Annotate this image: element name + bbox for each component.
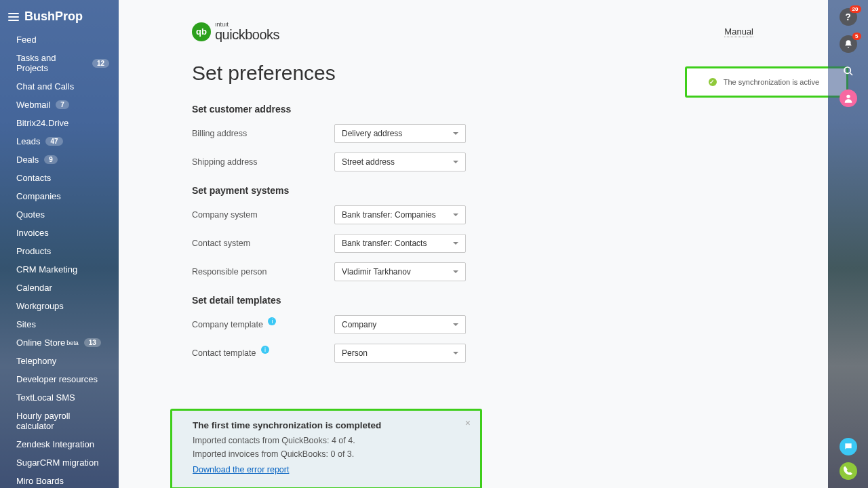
sidebar-item-label: Webmail [16,100,50,110]
sidebar-item-workgroups[interactable]: Workgroups [0,297,119,315]
sidebar-item-hourly-payroll-calculator[interactable]: Hourly payroll calculator [0,407,119,435]
svg-point-0 [844,67,850,73]
sync-notification: × The first time synchronization is comp… [170,409,482,488]
sidebar-item-label: Hourly payroll calculator [16,411,109,431]
count-badge: 13 [84,338,101,347]
sidebar-header: BushProp [0,5,119,30]
right-toolbar: ? 20 5 [828,0,868,488]
notification-title: The first time synchronization is comple… [193,420,460,430]
sidebar-item-textlocal-sms[interactable]: TextLocal SMS [0,388,119,407]
sidebar-item-label: Chat and Calls [16,81,74,92]
sidebar-item-label: Leads [16,136,40,146]
sidebar-item-label: Contacts [16,173,51,183]
section-payment-systems: Set payment systems [192,185,753,196]
download-error-report-link[interactable]: Download the error report [193,465,289,474]
sidebar-item-online-store[interactable]: Online Storebeta13 [0,333,119,352]
bell-icon[interactable]: 5 [840,35,857,53]
chat-icon[interactable] [840,438,857,455]
svg-line-1 [850,73,852,75]
sidebar-item-developer-resources[interactable]: Developer resources [0,370,119,388]
sidebar-item-deals[interactable]: Deals9 [0,150,119,169]
main-panel: qb ıntuıt quickbooks Manual Set preferen… [119,0,828,488]
sidebar-item-calendar[interactable]: Calendar [0,279,119,297]
manual-link[interactable]: Manual [724,26,753,37]
responsible-person-select[interactable]: Vladimir Tarkhanov [334,262,466,281]
intuit-text: ıntuıt [215,22,279,28]
contact-system-label: Contact system [192,239,334,248]
sidebar-item-sugarcrm-migration[interactable]: SugarCRM migration [0,453,119,472]
sidebar-item-feed[interactable]: Feed [0,30,119,49]
section-detail-templates: Set detail templates [192,295,753,306]
sidebar-item-label: Deals [16,155,39,165]
sidebar-item-label: Calendar [16,283,52,293]
help-badge: 20 [850,5,861,13]
phone-icon[interactable] [840,462,857,480]
contact-system-select[interactable]: Bank transfer: Contacts [334,234,466,253]
sidebar-item-label: Miro Boards [16,476,64,486]
sidebar-item-crm-marketing[interactable]: CRM Marketing [0,260,119,279]
sidebar-item-label: Sites [16,319,36,329]
sidebar-item-label: Developer resources [16,374,98,384]
page-title: Set preferences [192,62,753,85]
sidebar-item-zendesk-integration[interactable]: Zendesk Integration [0,435,119,453]
sidebar-item-contacts[interactable]: Contacts [0,169,119,187]
search-icon[interactable] [840,62,857,80]
svg-point-2 [846,95,850,98]
sidebar-item-miro-boards[interactable]: Miro Boards [0,472,119,488]
sidebar-item-label: CRM Marketing [16,264,77,274]
sidebar-item-products[interactable]: Products [0,242,119,260]
notification-contacts: Imported contacts from QuickBooks: 4 of … [193,436,460,445]
sidebar-item-label: Online Store [16,338,65,348]
sync-status-box: ✓ The synchronization is active [685,66,848,98]
sidebar-item-label: Workgroups [16,301,64,311]
sidebar-item-quotes[interactable]: Quotes [0,205,119,224]
shipping-address-select[interactable]: Street address [334,152,466,171]
sidebar-item-label: Companies [16,191,61,201]
menu-icon[interactable] [8,13,19,21]
quickbooks-logo: qb ıntuıt quickbooks [192,22,279,41]
avatar-icon[interactable] [840,89,857,107]
responsible-person-label: Responsible person [192,267,334,277]
sync-status-text: The synchronization is active [724,78,819,86]
count-badge: 7 [56,100,69,109]
sidebar-item-label: SugarCRM migration [16,458,98,468]
company-template-select[interactable]: Company [334,315,466,334]
app-name: BushProp [24,9,83,24]
sidebar-item-label: Quotes [16,209,45,220]
count-badge: 47 [45,137,62,146]
info-icon[interactable]: i [261,346,269,354]
sidebar-item-companies[interactable]: Companies [0,187,119,205]
sidebar-item-label: Bitrix24.Drive [16,118,68,128]
sidebar-item-telephony[interactable]: Telephony [0,352,119,370]
sidebar-item-label: TextLocal SMS [16,392,75,403]
company-template-label: Company template i [192,320,334,329]
check-icon: ✓ [709,79,715,85]
sidebar-item-label: Products [16,246,51,256]
sidebar-item-invoices[interactable]: Invoices [0,224,119,242]
billing-address-select[interactable]: Delivery address [334,124,466,143]
sidebar-item-label: Feed [16,35,37,45]
sidebar-item-bitrix24-drive[interactable]: Bitrix24.Drive [0,114,119,132]
company-system-select[interactable]: Bank transfer: Companies [334,205,466,224]
sidebar-item-sites[interactable]: Sites [0,315,119,333]
count-badge: 9 [44,155,58,164]
shipping-address-label: Shipping address [192,157,334,167]
sidebar-item-chat-and-calls[interactable]: Chat and Calls [0,77,119,96]
info-icon[interactable]: i [268,317,276,325]
qb-logo-icon: qb [192,22,211,41]
close-icon[interactable]: × [465,418,471,428]
help-icon[interactable]: ? 20 [840,8,857,26]
sidebar-item-label: Telephony [16,356,56,366]
contact-template-label: Contact template i [192,348,334,358]
sidebar-item-tasks-and-projects[interactable]: Tasks and Projects12 [0,49,119,77]
sidebar-item-leads[interactable]: Leads47 [0,132,119,150]
sidebar-item-webmail[interactable]: Webmail7 [0,96,119,114]
sidebar-item-label: Tasks and Projects [16,53,87,73]
billing-address-label: Billing address [192,129,334,138]
sidebar: BushProp FeedTasks and Projects12Chat an… [0,0,119,488]
section-customer-address: Set customer address [192,104,753,115]
contact-template-select[interactable]: Person [334,344,466,363]
quickbooks-text: quickbooks [215,28,279,41]
sidebar-item-label: Zendesk Integration [16,439,94,449]
count-badge: 12 [92,59,109,68]
